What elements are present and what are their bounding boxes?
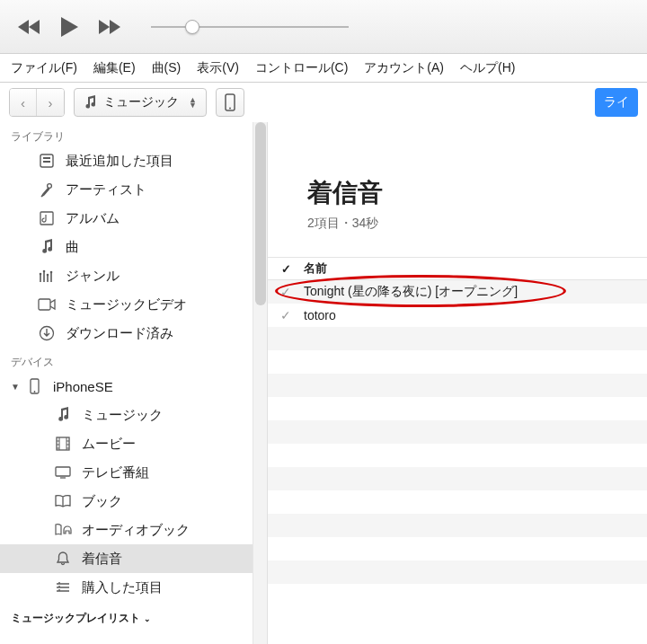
row-checkbox[interactable]: ✓ <box>268 285 304 299</box>
volume-slider[interactable] <box>151 26 349 28</box>
play-button[interactable] <box>59 16 79 38</box>
next-button[interactable] <box>97 19 120 35</box>
table-row-empty <box>268 467 647 490</box>
row-name: totoro <box>304 308 647 322</box>
audiobook-icon <box>54 523 72 537</box>
svg-point-10 <box>50 271 53 274</box>
menu-view[interactable]: 表示(V) <box>190 57 246 80</box>
category-label: ミュージック <box>103 94 179 110</box>
col-name[interactable]: 名前 <box>304 260 327 277</box>
menu-bar: ファイル(F) 編集(E) 曲(S) 表示(V) コントロール(C) アカウント… <box>0 54 647 83</box>
sidebar-scrollbar[interactable] <box>253 122 267 644</box>
song-icon <box>54 407 72 423</box>
sidebar-item-label: ダウンロード済み <box>66 325 173 342</box>
svg-point-1 <box>229 108 231 110</box>
svg-rect-3 <box>43 157 50 159</box>
row-name: Tonight (星の降る夜に) [オープニング] <box>304 284 647 300</box>
sidebar-item-label: 着信音 <box>82 551 122 568</box>
sidebar-item-label: ブック <box>82 493 122 510</box>
sidebar: ライブラリ 最近追加した項目アーティストアルバム曲ジャンルミュージックビデオダウ… <box>0 122 268 644</box>
genre-icon <box>38 268 56 284</box>
phone-icon <box>225 93 235 111</box>
sidebar-item-label: ミュージックビデオ <box>66 296 187 313</box>
sidebar-item-tv[interactable]: テレビ番組 <box>0 458 267 487</box>
sidebar-device[interactable]: ▼ iPhoneSE <box>0 372 267 401</box>
song-icon <box>38 239 56 255</box>
table-row-empty <box>268 490 647 514</box>
sidebar-item-song[interactable]: ミュージック <box>0 401 267 429</box>
sidebar-item-artist[interactable]: アーティスト <box>0 175 267 204</box>
menu-account[interactable]: アカウント(A) <box>357 57 451 80</box>
device-button[interactable] <box>216 88 244 117</box>
player-bar <box>0 0 647 54</box>
sidebar-item-song[interactable]: 曲 <box>0 233 267 261</box>
prev-button[interactable] <box>18 19 41 35</box>
page-title: 着信音 <box>307 176 647 210</box>
table-row-empty <box>268 537 647 560</box>
svg-rect-6 <box>40 212 53 225</box>
svg-point-8 <box>43 270 46 273</box>
sidebar-item-audiobook[interactable]: オーディオブック <box>0 516 267 544</box>
sidebar-item-genre[interactable]: ジャンル <box>0 261 267 290</box>
table-row-empty <box>268 397 647 420</box>
sidebar-item-book[interactable]: ブック <box>0 487 267 516</box>
sidebar-item-download[interactable]: ダウンロード済み <box>0 319 267 348</box>
artist-icon <box>38 181 56 198</box>
menu-controls[interactable]: コントロール(C) <box>248 57 355 80</box>
back-button[interactable]: ‹ <box>10 89 37 116</box>
menu-file[interactable]: ファイル(F) <box>4 57 84 80</box>
svg-point-9 <box>47 274 49 277</box>
sidebar-item-movie[interactable]: ムービー <box>0 429 267 458</box>
sidebar-item-label: ムービー <box>82 436 136 453</box>
sidebar-section-playlists[interactable]: ミュージックプレイリスト ⌄ <box>0 602 267 630</box>
chevron-updown-icon: ▲▼ <box>189 97 197 108</box>
sidebar-item-label: ジャンル <box>66 268 120 285</box>
sidebar-item-label: ミュージック <box>82 407 163 424</box>
menu-help[interactable]: ヘルプ(H) <box>453 57 522 80</box>
sidebar-item-album[interactable]: アルバム <box>0 204 267 233</box>
table-row-empty <box>268 514 647 537</box>
device-name: iPhoneSE <box>53 379 113 394</box>
sidebar-item-label: 購入した項目 <box>82 579 163 596</box>
svg-rect-4 <box>43 161 50 163</box>
album-icon <box>38 210 56 226</box>
mvideo-icon <box>38 298 56 311</box>
sidebar-item-mvideo[interactable]: ミュージックビデオ <box>0 290 267 319</box>
table-header: ✓ 名前 <box>268 257 647 280</box>
table-row-empty <box>268 444 647 467</box>
sidebar-item-label: アーティスト <box>66 181 146 198</box>
main-content: 着信音 2項目・34秒 ✓ 名前 ✓Tonight (星の降る夜に) [オープニ… <box>268 122 647 644</box>
svg-point-5 <box>48 184 52 189</box>
purchased-icon <box>54 581 72 594</box>
sidebar-section-library: ライブラリ <box>0 122 267 146</box>
svg-rect-16 <box>56 467 70 476</box>
menu-song[interactable]: 曲(S) <box>145 57 189 80</box>
library-button[interactable]: ライ <box>595 88 638 117</box>
sidebar-item-label: 最近追加した項目 <box>66 153 173 170</box>
recent-icon <box>38 153 56 169</box>
movie-icon <box>54 436 72 452</box>
table-row[interactable]: ✓totoro <box>268 304 647 327</box>
download-icon <box>38 325 56 341</box>
sidebar-section-devices: デバイス <box>0 348 267 372</box>
col-checked[interactable]: ✓ <box>268 262 304 276</box>
category-picker[interactable]: ミュージック ▲▼ <box>74 88 207 117</box>
tv-icon <box>54 465 72 480</box>
sidebar-item-ringtone[interactable]: 着信音 <box>0 544 267 573</box>
table-row-empty <box>268 560 647 584</box>
table-row-empty <box>268 420 647 444</box>
sidebar-item-label: アルバム <box>66 210 120 227</box>
phone-icon <box>25 378 43 394</box>
menu-edit[interactable]: 編集(E) <box>86 57 143 80</box>
music-note-icon <box>84 95 96 110</box>
sidebar-item-recent[interactable]: 最近追加した項目 <box>0 146 267 175</box>
row-checkbox[interactable]: ✓ <box>268 308 304 322</box>
toolbar: ‹ › ミュージック ▲▼ ライ <box>0 83 647 122</box>
table-row[interactable]: ✓Tonight (星の降る夜に) [オープニング] <box>268 280 647 304</box>
disclosure-triangle-icon[interactable]: ▼ <box>11 382 20 392</box>
svg-rect-11 <box>39 299 50 310</box>
sidebar-item-purchased[interactable]: 購入した項目 <box>0 573 267 602</box>
svg-point-14 <box>33 391 35 393</box>
forward-button[interactable]: › <box>37 89 64 116</box>
sidebar-item-label: オーディオブック <box>82 522 190 539</box>
